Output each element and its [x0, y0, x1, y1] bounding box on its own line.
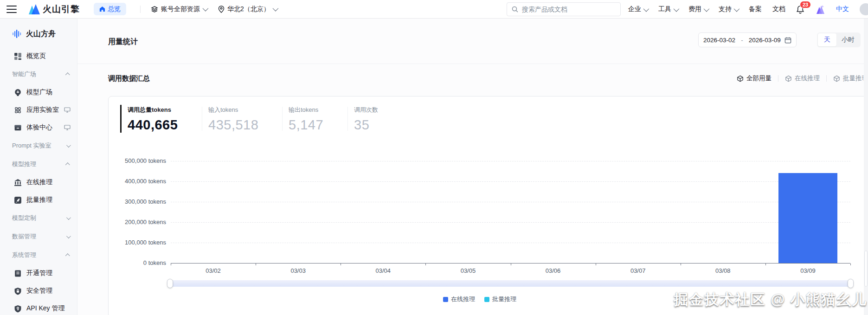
search-icon — [512, 6, 518, 13]
sidebar-section-model-custom[interactable]: 模型定制 — [0, 209, 77, 227]
y-axis-tick-label: 200,000 tokens — [110, 219, 166, 225]
legend-item-批量推理[interactable]: 批量推理 — [484, 295, 516, 303]
chart-gridline — [171, 222, 850, 223]
page-header: 用量统计 2026-03-02 - 2026-03-09 天 小时 — [77, 19, 868, 64]
topbar: 火山引擎 总览 账号全部资源 华北2（北京） 企业 工具 费用 支持 备案 文档 — [0, 0, 868, 19]
date-start-value[interactable]: 2026-03-02 — [703, 37, 735, 44]
bar-在线推理[interactable] — [778, 173, 837, 263]
avatar[interactable] — [860, 3, 868, 15]
sidebar-section-system-mgmt[interactable]: 系统管理 — [0, 246, 77, 264]
y-axis-tick-label: 100,000 tokens — [110, 239, 166, 246]
sidebar-item-online-inference[interactable]: 在线推理 — [0, 174, 77, 191]
sidebar-item-batch-inference[interactable]: 批量推理 — [0, 191, 77, 209]
chevron-down-icon — [734, 6, 740, 12]
atom-icon — [14, 106, 22, 114]
date-range-separator: - — [741, 37, 743, 44]
x-axis-tickmark — [256, 264, 256, 265]
x-axis-tick-label: 03/04 — [341, 267, 425, 274]
chevron-down-icon — [66, 215, 71, 220]
chevron-down-icon — [66, 234, 71, 238]
x-axis-tickmark — [341, 264, 341, 265]
filter-all-usage[interactable]: 全部用量 — [737, 74, 772, 83]
resource-selector[interactable]: 账号全部资源 — [151, 5, 207, 13]
overview-tab[interactable]: 总览 — [94, 3, 126, 15]
sidebar-item-model-plaza[interactable]: 模型广场 — [0, 84, 77, 101]
stat-call-count: 调用次数 35 — [348, 105, 404, 133]
x-axis-tick-label: 03/09 — [765, 267, 850, 274]
search-input[interactable] — [522, 6, 610, 13]
clipboard-icon — [14, 270, 22, 277]
x-axis-tick-label: 03/07 — [596, 267, 681, 274]
chart-gridline — [171, 243, 850, 243]
page-scrollbar[interactable] — [864, 19, 868, 315]
summary-section-header: 调用数据汇总 全部用量 在线推理 批量推理 — [77, 64, 868, 93]
sidebar-section-inference[interactable]: 模型推理 — [0, 155, 77, 174]
volcano-logo-icon — [28, 4, 40, 14]
notifications-button[interactable]: 23 — [796, 5, 804, 14]
date-range-picker[interactable]: 2026-03-02 - 2026-03-09 — [698, 32, 797, 47]
chart-gridline — [171, 202, 850, 202]
home-icon — [99, 6, 105, 12]
slider-handle-right[interactable] — [848, 279, 854, 288]
x-axis-tick-label: 03/06 — [511, 267, 596, 274]
legend-item-在线推理[interactable]: 在线推理 — [443, 295, 475, 303]
menu-enterprise[interactable]: 企业 — [628, 5, 648, 13]
menu-support[interactable]: 支持 — [719, 5, 738, 13]
date-end-value[interactable]: 2026-03-09 — [749, 37, 781, 44]
link-icp[interactable]: 备案 — [749, 5, 762, 13]
region-selector[interactable]: 华北2（北京） — [218, 5, 277, 13]
menu-billing[interactable]: 费用 — [688, 5, 708, 13]
menu-hamburger-icon[interactable] — [6, 6, 17, 13]
grid-icon — [14, 52, 22, 60]
stat-total-tokens: 调用总量tokens 440,665 — [120, 105, 202, 133]
monitor-icon — [64, 107, 71, 113]
legend-swatch — [484, 297, 489, 302]
y-axis-tick-label: 400,000 tokens — [110, 178, 166, 185]
usage-filters: 全部用量 在线推理 批量推理 — [737, 74, 868, 83]
granularity-day-button[interactable]: 天 — [818, 33, 836, 46]
chart-gridline — [171, 181, 850, 182]
sidebar: 火山方舟 概览页 智能广场 模型广场 应用实验室 体验中心 Prompt 实验室… — [0, 19, 77, 315]
sidebar-item-activation-mgmt[interactable]: 开通管理 — [0, 264, 77, 282]
filter-batch-inference[interactable]: 批量推理 — [833, 74, 868, 83]
language-switch[interactable]: 中文 — [836, 5, 849, 13]
sidebar-item-api-key-mgmt[interactable]: API Key 管理 — [0, 300, 77, 315]
granularity-hour-button[interactable]: 小时 — [836, 33, 860, 46]
sidebar-section-prompt-lab[interactable]: Prompt 实验室 — [0, 136, 77, 155]
menu-tools[interactable]: 工具 — [658, 5, 678, 13]
link-docs[interactable]: 文档 — [772, 5, 785, 13]
filter-online-inference[interactable]: 在线推理 — [785, 74, 820, 83]
summary-section-title: 调用数据汇总 — [108, 74, 150, 83]
granularity-toggle: 天 小时 — [817, 32, 861, 47]
cube-icon — [737, 75, 744, 82]
bank-icon — [14, 179, 22, 186]
layers-icon — [151, 6, 158, 13]
chevron-down-icon — [203, 6, 209, 12]
chevron-down-icon — [704, 6, 710, 12]
sidebar-item-security-mgmt[interactable]: 安全管理 — [0, 282, 77, 300]
chart-range-slider[interactable] — [167, 280, 853, 287]
x-axis-tickmark — [681, 264, 681, 265]
sidebar-item-experience-center[interactable]: 体验中心 — [0, 119, 77, 136]
scrollbar-thumb[interactable] — [864, 251, 868, 287]
brand-logo[interactable]: 火山引擎 — [28, 3, 80, 15]
filter-separator — [778, 75, 778, 82]
calendar-icon — [784, 37, 791, 44]
shield-lock-icon — [14, 287, 22, 295]
global-search[interactable] — [507, 2, 621, 16]
sidebar-section-data-mgmt[interactable]: 数据管理 — [0, 227, 77, 246]
box-icon — [14, 124, 22, 132]
y-axis-tick-label: 300,000 tokens — [110, 198, 166, 205]
sidebar-product-header[interactable]: 火山方舟 — [0, 19, 77, 47]
monitor-icon — [64, 125, 71, 130]
slider-handle-left[interactable] — [167, 279, 173, 288]
brand-logo-text: 火山引擎 — [43, 3, 80, 15]
legend-swatch — [443, 297, 448, 302]
ai-assistant-icon[interactable] — [815, 5, 825, 14]
chevron-down-icon — [272, 6, 278, 12]
sidebar-item-overview[interactable]: 概览页 — [0, 47, 77, 65]
sidebar-item-app-lab[interactable]: 应用实验室 — [0, 101, 77, 119]
stat-output-tokens: 输出tokens 5,147 — [283, 105, 347, 133]
legend-label: 在线推理 — [451, 295, 475, 303]
sidebar-section-plaza[interactable]: 智能广场 — [0, 65, 77, 84]
